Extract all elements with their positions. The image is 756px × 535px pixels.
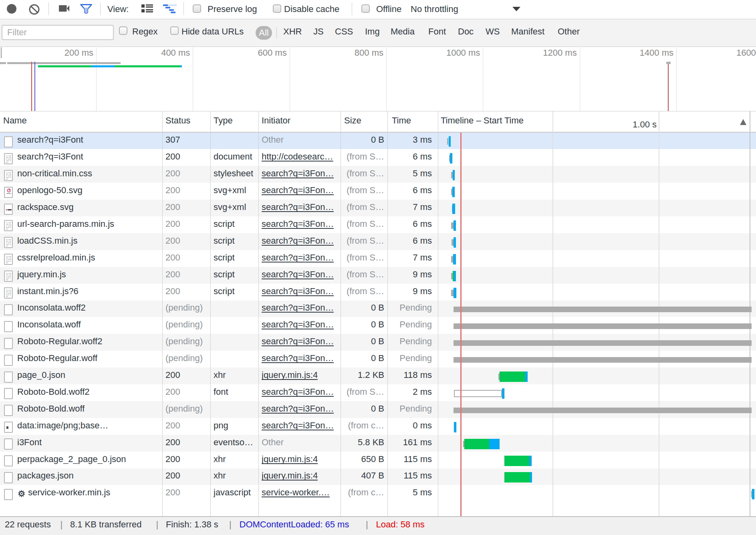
svg-text:debian: debian <box>7 192 12 194</box>
